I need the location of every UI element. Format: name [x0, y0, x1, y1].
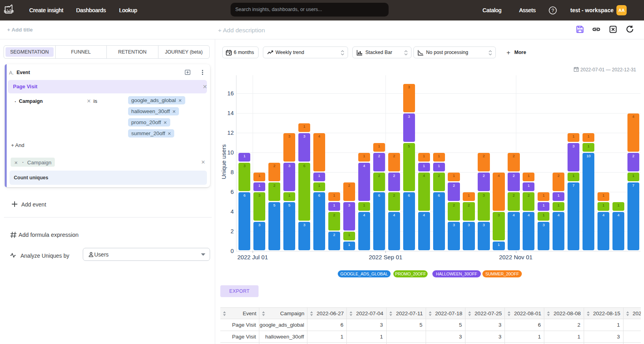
- svg-text:?: ?: [551, 8, 554, 13]
